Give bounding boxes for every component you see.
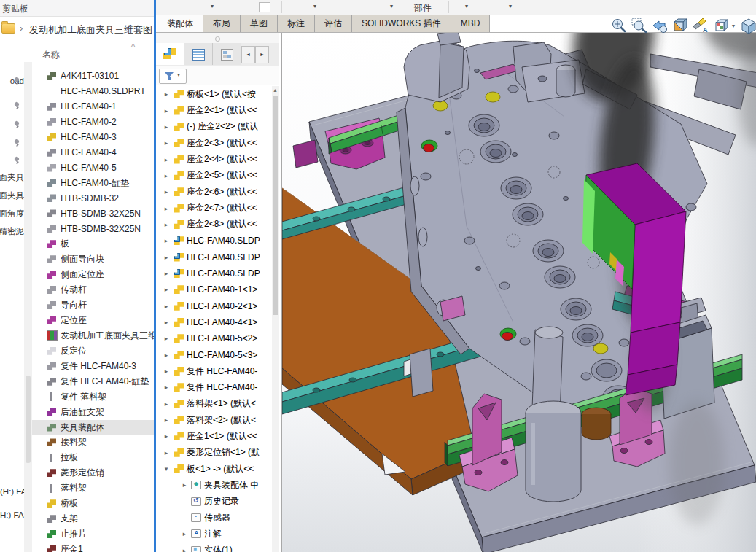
- tree-row[interactable]: 历史记录: [156, 494, 271, 510]
- expand-arrow-icon[interactable]: ▸: [162, 351, 171, 359]
- component-button-label[interactable]: 部件: [414, 2, 432, 15]
- dropdown-caret-icon[interactable]: ▾: [313, 3, 316, 9]
- column-header[interactable]: 名称 ^: [32, 42, 154, 63]
- ribbon-tab[interactable]: 布局: [203, 15, 241, 32]
- expand-arrow-icon[interactable]: ▸: [162, 123, 171, 131]
- ribbon-tab[interactable]: 标注: [277, 15, 315, 32]
- zoom-to-area-icon[interactable]: [630, 16, 649, 35]
- file-row[interactable]: 接料架: [32, 435, 154, 451]
- expand-arrow-icon[interactable]: ▸: [162, 139, 171, 147]
- tree-row[interactable]: ▸座金1<1> (默认<<: [156, 428, 271, 444]
- file-row[interactable]: 定位座: [32, 313, 154, 328]
- file-row[interactable]: A4K41T-03101: [32, 69, 154, 84]
- tree-scrollbar-track[interactable]: ▲: [272, 86, 279, 552]
- tree-row[interactable]: ▸夹具装配体 中: [156, 477, 271, 493]
- ribbon-tab[interactable]: 装配体: [157, 15, 203, 32]
- file-row[interactable]: 板: [32, 236, 154, 252]
- expand-arrow-icon[interactable]: ▸: [162, 156, 171, 163]
- file-row[interactable]: HLC-FAM40-5: [32, 160, 154, 176]
- tab-scroll-right-button[interactable]: ►: [255, 46, 269, 63]
- tree-scrollbar-thumb[interactable]: [273, 96, 278, 315]
- file-row[interactable]: 座金1: [32, 542, 154, 552]
- tab-feature-tree[interactable]: [156, 43, 184, 65]
- tree-row[interactable]: ▸HLC-FAM40-5<2>: [156, 330, 271, 346]
- file-row[interactable]: 侧面导向块: [32, 252, 154, 267]
- tree-row[interactable]: ▸菱形定位销<1> (默: [156, 445, 271, 461]
- file-row[interactable]: HLC-FAM40-缸垫: [32, 176, 154, 191]
- file-row[interactable]: 复件 HLC-FAM40-缸垫: [32, 374, 154, 389]
- view-orientation-icon[interactable]: [739, 16, 756, 35]
- file-row[interactable]: 传动杆: [32, 282, 154, 298]
- tree-row[interactable]: ▸落料架<2> (默认<: [156, 412, 271, 428]
- breadcrumb[interactable]: 发动机加工底面夹具三维套图: [29, 23, 152, 36]
- file-row[interactable]: 菱形定位销: [32, 465, 154, 481]
- tab-configurations[interactable]: [213, 43, 241, 65]
- tab-scroll-left-button[interactable]: ◄: [241, 46, 255, 63]
- dropdown-caret-icon[interactable]: ▾: [509, 3, 512, 9]
- expand-arrow-icon[interactable]: ▸: [162, 286, 171, 293]
- ribbon-tab[interactable]: 草图: [240, 15, 278, 32]
- graphics-viewport[interactable]: [281, 33, 756, 552]
- tree-row[interactable]: ▸(-) 座金2<2> (默认: [156, 119, 271, 135]
- expand-arrow-icon[interactable]: ▸: [162, 416, 171, 424]
- expand-arrow-icon[interactable]: ▸: [162, 205, 171, 212]
- name-column-label[interactable]: 名称: [42, 49, 60, 61]
- tree-row[interactable]: ▸座金2<7> (默认<<: [156, 200, 271, 216]
- expand-arrow-icon[interactable]: ▸: [162, 319, 171, 326]
- expand-arrow-icon[interactable]: ▸: [162, 188, 171, 195]
- file-row[interactable]: 拉板: [32, 450, 154, 465]
- file-row[interactable]: 复件 HLC-FAM40-3: [32, 359, 154, 374]
- dropdown-caret-icon[interactable]: ▾: [465, 3, 468, 9]
- nav-item-pinned[interactable]: 底面夹具: [0, 172, 24, 183]
- dropdown-caret-icon[interactable]: ▾: [211, 3, 214, 9]
- tree-row[interactable]: ▸座金2<5> (默认<<: [156, 168, 271, 184]
- expand-arrow-icon[interactable]: ▸: [162, 221, 171, 228]
- expand-arrow-icon[interactable]: ▸: [162, 335, 171, 342]
- expand-arrow-icon[interactable]: ▸: [162, 237, 171, 244]
- file-row[interactable]: HLC-FAM40-2: [32, 114, 154, 130]
- tree-row[interactable]: ▾板<1> -> (默认<<: [156, 461, 271, 477]
- file-row[interactable]: HLC-FAM40.SLDPRT: [32, 84, 154, 99]
- scroll-up-arrow-icon[interactable]: ▲: [273, 88, 278, 93]
- nav-scrollbar-thumb[interactable]: [26, 376, 31, 463]
- expand-arrow-icon[interactable]: ▸: [162, 270, 171, 277]
- view-settings-caret-icon[interactable]: ▾: [732, 23, 735, 29]
- expand-arrow-icon[interactable]: ▸: [162, 384, 171, 391]
- ribbon-tab[interactable]: 评估: [314, 15, 352, 32]
- tree-row[interactable]: ▸HLC-FAM40-1<1>: [156, 281, 271, 298]
- file-row[interactable]: 夹具装配体: [32, 420, 154, 435]
- ribbon-tab[interactable]: MBD: [451, 15, 491, 32]
- panel-splitter[interactable]: [156, 33, 279, 43]
- expand-arrow-icon[interactable]: ▸: [180, 530, 189, 537]
- zoom-to-fit-icon[interactable]: [609, 16, 628, 35]
- expand-arrow-icon[interactable]: ▸: [162, 449, 171, 456]
- file-row[interactable]: 侧面定位座: [32, 267, 154, 282]
- file-row[interactable]: 止推片: [32, 526, 154, 542]
- file-row[interactable]: HTB-SDMB-32: [32, 191, 154, 206]
- tree-row[interactable]: ▸HLC-FAM40-2<1>: [156, 298, 271, 314]
- expand-arrow-icon[interactable]: ▸: [162, 432, 171, 440]
- tree-row[interactable]: 传感器: [156, 510, 271, 526]
- expand-arrow-icon[interactable]: ▸: [180, 481, 189, 489]
- file-row[interactable]: 复件 落料架: [32, 389, 154, 405]
- filter-button[interactable]: ▾: [159, 69, 187, 84]
- tree-row[interactable]: ▸座金2<6> (默认<<: [156, 184, 271, 200]
- nav-item-download[interactable]: oad: [0, 77, 24, 85]
- section-view-icon[interactable]: [671, 16, 690, 35]
- previous-view-icon[interactable]: [650, 16, 669, 35]
- toolbar-button[interactable]: [259, 2, 270, 12]
- file-row[interactable]: 导向杆: [32, 298, 154, 313]
- ribbon-tab[interactable]: SOLIDWORKS 插件: [351, 15, 451, 32]
- tree-row[interactable]: ▸复件 HLC-FAM40-: [156, 379, 271, 395]
- file-row[interactable]: 桥板: [32, 496, 154, 511]
- dropdown-caret-icon[interactable]: ▾: [390, 3, 393, 9]
- tree-row[interactable]: ▸座金2<3> (默认<<: [156, 135, 271, 151]
- file-row[interactable]: 支架: [32, 511, 154, 526]
- file-row[interactable]: HLC-FAM40-1: [32, 99, 154, 114]
- nav-item-pinned[interactable]: 顶面夹具: [0, 190, 24, 201]
- 3d-viewport-model[interactable]: [282, 33, 756, 552]
- file-row[interactable]: HTB-SDMB-32X25N: [32, 206, 154, 221]
- tree-row[interactable]: ▸实体(1): [156, 543, 271, 552]
- tree-row[interactable]: ▸HLC-FAM40.SLDP: [156, 233, 271, 249]
- view-settings-icon[interactable]: [712, 16, 730, 35]
